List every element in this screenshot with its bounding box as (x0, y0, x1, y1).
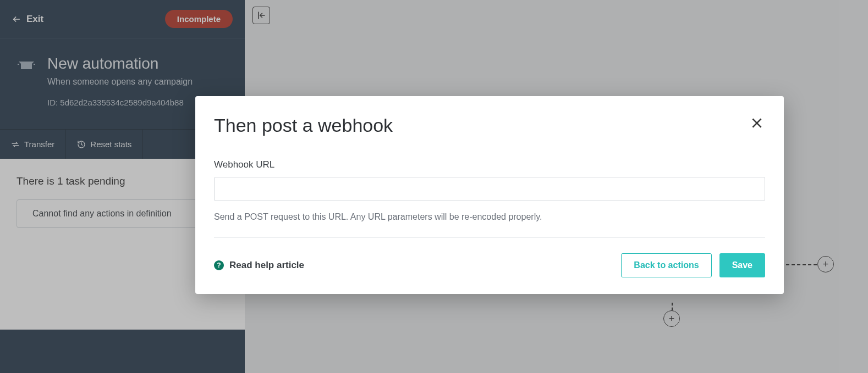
webhook-url-input[interactable] (214, 177, 765, 201)
close-icon (750, 116, 764, 130)
modal-header: Then post a webhook (214, 115, 765, 136)
webhook-modal: Then post a webhook Webhook URL Send a P… (195, 96, 784, 294)
divider (214, 237, 765, 238)
modal-footer: ? Read help article Back to actions Save (214, 253, 765, 277)
webhook-help-text: Send a POST request to this URL. Any URL… (214, 212, 765, 222)
save-button[interactable]: Save (719, 253, 765, 277)
footer-buttons: Back to actions Save (621, 253, 765, 277)
back-to-actions-button[interactable]: Back to actions (621, 253, 711, 277)
help-icon: ? (214, 260, 224, 270)
close-button[interactable] (749, 115, 765, 133)
webhook-url-label: Webhook URL (214, 159, 765, 170)
modal-title: Then post a webhook (214, 115, 393, 136)
help-link-label: Read help article (229, 260, 304, 271)
help-article-link[interactable]: ? Read help article (214, 260, 304, 271)
